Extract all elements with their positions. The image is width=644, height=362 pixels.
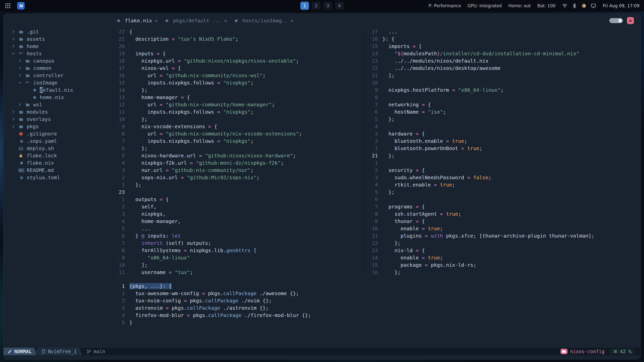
chevron-spacer bbox=[11, 139, 17, 143]
tree-item-home[interactable]: home bbox=[4, 42, 112, 50]
folder-open-icon bbox=[19, 51, 25, 56]
tree-item-common[interactable]: common bbox=[4, 64, 112, 72]
clock[interactable]: Fri Aug 09, 17:09 bbox=[603, 3, 639, 8]
code-line: 5 nixos-hardware.url = "github:nixos/nix… bbox=[112, 152, 365, 159]
tree-item-wsl[interactable]: wsl bbox=[4, 101, 112, 108]
code-text: "x86_64-linux" bbox=[129, 255, 190, 261]
tree-item-home-nix[interactable]: ❄home.nix bbox=[4, 94, 112, 101]
tab-close-icon[interactable]: × bbox=[224, 18, 227, 24]
code-line: 13 nix-ld = { bbox=[365, 247, 640, 254]
line-number: 11 bbox=[365, 72, 382, 78]
code-text: thunar = { bbox=[382, 218, 425, 224]
pane-flake[interactable]: 22{21 description = "tux's NixOS Flake";… bbox=[112, 27, 365, 276]
pane-iso[interactable]: 17 ...16}: {15 imports = [14 "${modulesP… bbox=[365, 27, 640, 276]
logo-icon[interactable] bbox=[17, 2, 25, 10]
tab-hosts-isoImag-[interactable]: ❄hosts/isoImag..× bbox=[235, 18, 294, 24]
code-line: 10 }; bbox=[112, 115, 365, 123]
line-number: 10 bbox=[112, 262, 129, 268]
pencil-icon bbox=[8, 349, 12, 354]
tab-close-icon[interactable]: × bbox=[154, 18, 158, 24]
terminal-icon bbox=[19, 146, 25, 151]
tree-item-hosts[interactable]: hosts bbox=[4, 50, 112, 57]
toggle-pill-icon[interactable] bbox=[609, 18, 623, 23]
tree-item-label: home.nix bbox=[40, 94, 64, 100]
code-line: 3 nur.url = "github:nix-community/nur"; bbox=[112, 166, 365, 174]
statusline: NORMAL NvimTree_1 main nixos-config bbox=[4, 348, 640, 355]
tree-item-label: home bbox=[27, 43, 39, 49]
code-line: 1 tux-awesome-wm-config = pkgs.callPacka… bbox=[112, 290, 640, 297]
tree-item-label: .sops.yaml bbox=[27, 138, 57, 144]
code-text: } @ inputs: let bbox=[129, 233, 181, 239]
tree-item-canopus[interactable]: canopus bbox=[4, 57, 112, 64]
file-tree[interactable]: .gitassetshomehostscanopuscommoncontroll… bbox=[4, 27, 112, 348]
git-branch: main bbox=[82, 348, 111, 355]
code-line: 7 networking = { bbox=[365, 101, 640, 108]
tree-item-README-md[interactable]: README.md bbox=[4, 166, 112, 174]
workspace-button-4[interactable]: 4 bbox=[335, 2, 344, 10]
folder-icon bbox=[25, 65, 31, 71]
tree-item-pkgs[interactable]: pkgs bbox=[4, 123, 112, 130]
tree-item-stylua-toml[interactable]: ⚙stylua.toml bbox=[4, 174, 112, 181]
code-line: 15 package = pkgs.nix-ld-rs; bbox=[365, 261, 640, 268]
tree-item-controller[interactable]: controller bbox=[4, 72, 112, 79]
tree-item-isoImage[interactable]: isoImage bbox=[4, 79, 112, 86]
tree-item--git[interactable]: .git bbox=[4, 28, 112, 35]
code-text: plugins = with pkgs.xfce; [thunar-archiv… bbox=[382, 233, 594, 239]
display-icon[interactable] bbox=[591, 3, 596, 9]
tree-item-default-nix[interactable]: ❄default.nix bbox=[4, 86, 112, 94]
tree-item-assets[interactable]: assets bbox=[4, 35, 112, 42]
tree-item--gitignore[interactable]: .gitignore bbox=[4, 130, 112, 137]
tab-close-icon[interactable]: × bbox=[290, 18, 294, 24]
wifi-icon[interactable] bbox=[562, 3, 568, 9]
line-number: 7 bbox=[112, 240, 129, 246]
tree-item-deploy-sh[interactable]: deploy.sh bbox=[4, 145, 112, 152]
pane-pkgs[interactable]: 1{pkgs, ...}: {1 tux-awesome-wm-config =… bbox=[112, 276, 640, 348]
line-number: 11 bbox=[365, 233, 382, 239]
tree-item-flake-lock[interactable]: flake.lock bbox=[4, 152, 112, 159]
code-text: inputs.nixpkgs.follows = "nixpkgs"; bbox=[129, 109, 254, 115]
status-item[interactable]: Bat: 100 bbox=[537, 3, 555, 8]
tree-item-label: hosts bbox=[27, 51, 42, 57]
tab-label: pkgs/default ... bbox=[173, 18, 222, 24]
bluetooth-icon[interactable] bbox=[572, 3, 577, 9]
workspace-button-2[interactable]: 2 bbox=[312, 2, 320, 10]
status-item[interactable]: Home: out bbox=[508, 3, 531, 8]
code-text: inputs.nixpkgs.follows = "nixpkgs"; bbox=[129, 138, 254, 144]
color-dot-icon[interactable] bbox=[581, 3, 587, 9]
workspace-button-1[interactable]: 1 bbox=[300, 2, 309, 10]
status-item[interactable]: GPU: Integrated bbox=[468, 3, 502, 8]
line-number: 9 bbox=[112, 123, 129, 129]
line-number: 8 bbox=[112, 131, 129, 137]
tree-item-label: modules bbox=[27, 109, 48, 115]
line-number: 16 bbox=[365, 36, 382, 42]
code-text: firefox-mod-blur = pkgs.callPackage ./fi… bbox=[129, 312, 311, 318]
line-number: 3 bbox=[365, 174, 382, 180]
tab-flake-nix[interactable]: ❄flake.nix× bbox=[117, 18, 158, 24]
command-line[interactable] bbox=[4, 355, 640, 359]
code-line: 5 }; bbox=[365, 115, 640, 123]
tree-item-overlays[interactable]: overlays bbox=[4, 115, 112, 123]
line-number: 19 bbox=[112, 51, 129, 57]
folder-icon bbox=[25, 102, 31, 107]
tree-item-flake-nix[interactable]: ❄flake.nix bbox=[4, 159, 112, 166]
tree-item--sops-yaml[interactable]: ⚙.sops.yaml bbox=[4, 137, 112, 145]
code-text: tux-awesome-wm-config = pkgs.callPackage… bbox=[129, 290, 299, 296]
chevron-right-icon bbox=[11, 29, 17, 34]
code-text: ]; bbox=[129, 262, 147, 268]
line-number: 12 bbox=[365, 65, 382, 71]
close-icon[interactable]: × bbox=[627, 17, 634, 24]
apps-grid-icon[interactable] bbox=[5, 3, 11, 9]
tab-pkgs-default-[interactable]: ❄pkgs/default ...× bbox=[166, 18, 227, 24]
workspace-button-3[interactable]: 3 bbox=[324, 2, 332, 10]
status-item[interactable]: P: Performance bbox=[429, 3, 461, 8]
code-line: 8 forAllSystems = nixpkgs.lib.genAttrs [ bbox=[112, 247, 365, 254]
code-text: ... bbox=[382, 29, 397, 35]
workspaces: 1234 bbox=[300, 2, 344, 10]
tree-item-modules[interactable]: modules bbox=[4, 108, 112, 115]
code-line: 5 }; bbox=[365, 188, 640, 196]
window-controls: × bbox=[609, 17, 640, 24]
code-text: self, bbox=[129, 204, 156, 210]
tree-item-label: .git bbox=[27, 29, 39, 35]
line-number: 2 bbox=[365, 167, 382, 173]
chevron-right-icon bbox=[18, 73, 23, 78]
